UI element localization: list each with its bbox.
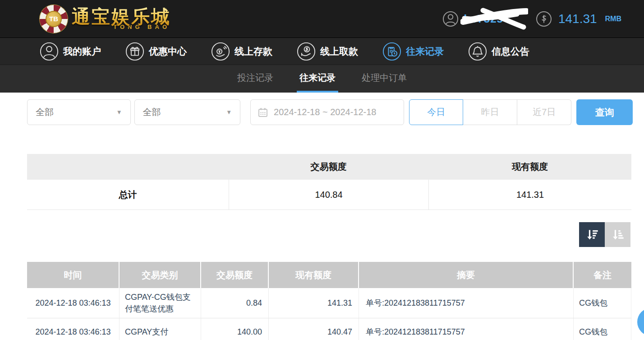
nav-label: 线上取款 <box>320 45 358 58</box>
col-header-time: 时间 <box>27 262 120 288</box>
bell-icon <box>468 42 487 61</box>
nav-item-promotions[interactable]: 优惠中心 <box>125 42 187 61</box>
records-tabs: 投注记录 往来记录 处理中订单 <box>0 65 644 93</box>
user-icon <box>442 11 459 27</box>
sort-ascending-icon <box>611 228 625 242</box>
cell-summary: 单号:202412183811715757 <box>359 318 574 340</box>
summary-transaction-total: 140.84 <box>229 180 428 210</box>
username-text: bc7325 <box>464 13 503 25</box>
select-value: 全部 <box>143 106 161 118</box>
gift-icon <box>125 42 144 61</box>
balance[interactable]: 141.31 RMB <box>536 11 621 27</box>
cell-amount: 140.00 <box>201 318 269 340</box>
col-header-summary: 摘要 <box>359 262 574 288</box>
topbar: TB 通宝娱乐城 TONG BAO bc7325 <box>0 0 644 37</box>
nav-item-deposit[interactable]: 线上存款 <box>211 42 272 61</box>
cell-time: 2024-12-18 03:46:13 <box>27 318 120 340</box>
col-header-amount: 交易额度 <box>201 262 269 288</box>
quick-date-buttons: 今日 昨日 近7日 <box>409 99 571 125</box>
nav-label: 优惠中心 <box>149 45 187 58</box>
deposit-icon <box>211 42 230 61</box>
date-range-value: 2024-12-18 ~ 2024-12-18 <box>274 107 376 117</box>
nav-label: 信息公告 <box>492 45 529 58</box>
sort-controls <box>0 222 630 247</box>
main-nav: 我的账户 优惠中心 线上存款 线上取款 <box>0 37 644 65</box>
date-range-input[interactable]: 2024-12-18 ~ 2024-12-18 <box>250 99 404 125</box>
yesterday-button[interactable]: 昨日 <box>463 99 517 125</box>
tab-pending-orders[interactable]: 处理中订单 <box>359 65 409 93</box>
summary-header-transaction: 交易额度 <box>229 154 428 180</box>
topbar-right: bc7325 141.31 RMB <box>442 11 621 27</box>
chevron-down-icon: ▼ <box>116 109 122 116</box>
cell-type: CGPAY-CG钱包支付笔笔送优惠 <box>120 288 201 318</box>
sort-descending-icon <box>585 228 599 242</box>
nav-label: 往来记录 <box>406 45 444 58</box>
nav-item-transaction-records[interactable]: 往来记录 <box>382 42 444 61</box>
table-row: 2024-12-18 03:46:13 CGPAY支付 140.00 140.4… <box>27 318 631 340</box>
summary-total-label: 总计 <box>27 180 229 210</box>
chip-label: TB <box>46 11 62 27</box>
user-account[interactable]: bc7325 <box>442 11 503 27</box>
nav-item-announcements[interactable]: 信息公告 <box>468 42 529 61</box>
cell-note: CG钱包 <box>574 318 631 340</box>
records-icon <box>382 42 401 61</box>
balance-amount: 141.31 <box>558 12 597 26</box>
summary-table: 交易额度 现有额度 总计 140.84 141.31 <box>27 154 631 210</box>
cell-balance: 140.47 <box>269 318 359 340</box>
brand-text: 通宝娱乐城 TONG BAO <box>72 7 171 30</box>
type-select-1[interactable]: 全部 ▼ <box>27 99 131 125</box>
summary-total-row: 总计 140.84 141.31 <box>27 180 631 210</box>
chevron-down-icon: ▼ <box>226 109 232 116</box>
brand-logo[interactable]: TB 通宝娱乐城 TONG BAO <box>40 5 171 33</box>
brand-title: 通宝娱乐城 <box>72 7 171 27</box>
summary-balance-total: 141.31 <box>428 180 631 210</box>
dollar-icon <box>536 11 552 27</box>
table-header-row: 时间 交易类别 交易额度 现有额度 摘要 备注 <box>27 262 631 288</box>
select-value: 全部 <box>36 106 54 118</box>
cell-type: CGPAY支付 <box>120 318 201 340</box>
tab-transaction-records[interactable]: 往来记录 <box>297 65 338 93</box>
balance-currency: RMB <box>605 15 621 23</box>
nav-label: 线上存款 <box>235 45 272 58</box>
nav-label: 我的账户 <box>63 45 101 58</box>
filter-bar: 全部 ▼ 全部 ▼ 2024-12-18 ~ 2024-12-18 今日 昨日 … <box>27 99 633 125</box>
withdraw-icon <box>297 42 316 61</box>
nav-item-my-account[interactable]: 我的账户 <box>40 42 101 61</box>
summary-header-empty <box>27 154 229 180</box>
calendar-icon <box>258 107 268 117</box>
poker-chip-icon: TB <box>40 5 68 33</box>
summary-header-balance: 现有额度 <box>428 154 631 180</box>
sort-ascending-button[interactable] <box>605 222 630 247</box>
cell-note: CG钱包 <box>574 288 631 318</box>
transactions-table: 时间 交易类别 交易额度 现有额度 摘要 备注 2024-12-18 03:46… <box>27 262 631 340</box>
search-button[interactable]: 查询 <box>576 99 633 125</box>
table-row: 2024-12-18 03:46:13 CGPAY-CG钱包支付笔笔送优惠 0.… <box>27 288 631 318</box>
customer-service-float-button[interactable] <box>637 308 644 336</box>
last-7-days-button[interactable]: 近7日 <box>517 99 571 125</box>
cell-time: 2024-12-18 03:46:13 <box>27 288 120 318</box>
tab-betting-records[interactable]: 投注记录 <box>235 65 276 93</box>
page: TB 通宝娱乐城 TONG BAO bc7325 <box>0 0 644 340</box>
cell-balance: 141.31 <box>269 288 359 318</box>
type-select-2[interactable]: 全部 ▼ <box>134 99 241 125</box>
col-header-type: 交易类别 <box>120 262 201 288</box>
col-header-balance: 现有额度 <box>269 262 359 288</box>
cell-summary: 单号:202412183811715757 <box>359 288 574 318</box>
sort-descending-button[interactable] <box>579 222 605 247</box>
today-button[interactable]: 今日 <box>409 99 463 125</box>
col-header-note: 备注 <box>574 262 631 288</box>
nav-item-withdraw[interactable]: 线上取款 <box>297 42 358 61</box>
summary-header-row: 交易额度 现有额度 <box>27 154 631 180</box>
cell-amount: 0.84 <box>201 288 269 318</box>
user-icon <box>40 42 59 61</box>
